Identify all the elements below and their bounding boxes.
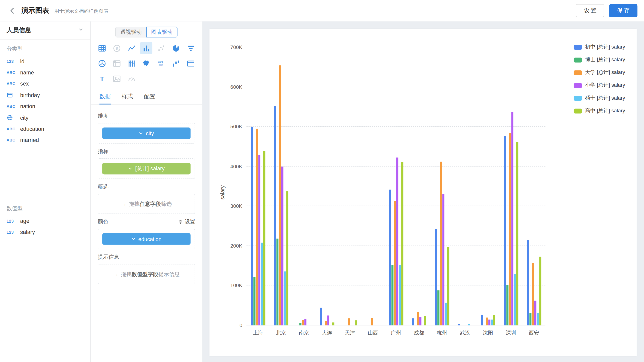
chart-canvas-area: salary 0100K200K300K400K500K600K700K 上海北…: [202, 22, 644, 362]
tab-style[interactable]: 样式: [122, 89, 133, 104]
field-name: education: [20, 126, 44, 132]
bar: [417, 312, 419, 325]
bar: [419, 317, 421, 325]
bar: [506, 285, 508, 325]
chart-type-frame-icon[interactable]: [184, 57, 197, 69]
chart-type-parallel-icon[interactable]: [126, 57, 138, 69]
field-item-birthday[interactable]: birthday: [0, 89, 90, 101]
color-settings-label: 设置: [185, 218, 195, 225]
filter-dropzone[interactable]: → 拖拽任意字段筛选: [98, 194, 195, 214]
sidebar-divider: [0, 146, 90, 198]
fields-sidebar: 人员信息 分类型123idABCnameABCsexbirthdayABCnat…: [0, 22, 91, 362]
bar: [424, 316, 426, 325]
calendar-icon: [6, 92, 16, 98]
dimension-dropzone[interactable]: city: [98, 123, 195, 143]
chart-type-bar-icon[interactable]: [140, 42, 152, 54]
field-item-married[interactable]: ABCmarried: [0, 134, 90, 146]
bar: [440, 162, 442, 325]
tooltip-dropzone[interactable]: → 拖拽数值型字段提示信息: [98, 264, 195, 284]
legend-item[interactable]: 博士 [总计] salary: [574, 56, 625, 63]
bar: [481, 315, 483, 325]
field-item-education[interactable]: ABCeducation: [0, 123, 90, 134]
bar-group-西安: [522, 47, 546, 325]
dimension-pill-city[interactable]: city: [102, 128, 191, 139]
tooltip-label-text: 提示信息: [98, 253, 119, 261]
color-pill-education[interactable]: education: [102, 233, 191, 245]
color-label-row: 颜色 设置: [98, 218, 195, 225]
bar: [304, 318, 306, 325]
chart-type-wordcloud-icon[interactable]: wordcloudapis fly: [155, 57, 167, 69]
bar: [260, 243, 263, 325]
legend-label: 小学 [总计] salary: [585, 82, 625, 89]
bar: [399, 265, 401, 325]
dataset-header[interactable]: 人员信息: [0, 22, 90, 40]
x-axis-label: 沈阳: [476, 329, 500, 336]
mode-switch: 透视驱动 图表驱动: [91, 27, 202, 38]
tab-chart-driven[interactable]: 图表驱动: [146, 27, 177, 38]
filter-label: 筛选: [98, 183, 195, 191]
color-settings-button[interactable]: 设置: [178, 218, 195, 225]
page-subtitle: 用于演示文档的样例图表: [54, 8, 108, 15]
bar-group-山西: [362, 47, 384, 325]
bar: [412, 318, 414, 325]
chart-type-table-icon[interactable]: [96, 42, 108, 54]
bar-group-北京: [269, 47, 292, 325]
legend-item[interactable]: 硕士 [总计] salary: [574, 95, 625, 101]
chart-type-waterfall-icon[interactable]: [170, 57, 182, 69]
gear-icon: [178, 219, 183, 224]
chart-type-rose-icon[interactable]: [96, 57, 108, 69]
legend-item[interactable]: 初中 [总计] salary: [574, 44, 625, 51]
number-field-icon: 123: [6, 230, 16, 235]
metric-dropzone[interactable]: [总计] salary: [98, 158, 195, 179]
bar-group-成都: [408, 47, 430, 325]
bar: [442, 194, 444, 325]
legend-item[interactable]: 小学 [总计] salary: [574, 82, 625, 89]
color-dropzone[interactable]: education: [98, 229, 195, 249]
bar: [396, 158, 398, 325]
bar: [527, 240, 529, 325]
chart-type-map-icon[interactable]: [140, 57, 152, 69]
pill-label: city: [146, 130, 154, 136]
chart-type-pie-icon[interactable]: [170, 42, 182, 54]
chart-type-line-icon[interactable]: [126, 42, 138, 54]
legend-item[interactable]: 高中 [总计] salary: [574, 107, 625, 114]
bar: [253, 277, 255, 325]
y-tick-label: 100K: [230, 283, 242, 288]
tab-config[interactable]: 配置: [144, 89, 155, 104]
tab-data[interactable]: 数据: [100, 89, 111, 104]
chart-type-text-icon[interactable]: T: [96, 72, 108, 85]
app-window: 演示图表 用于演示文档的样例图表 设 置 保 存 人员信息 分类型123idAB…: [0, 0, 644, 362]
bar-group-深圳: [500, 47, 522, 325]
bar: [534, 301, 536, 325]
field-name: sex: [20, 81, 28, 87]
field-name: age: [20, 218, 29, 224]
dimension-label: 维度: [98, 112, 195, 120]
globe-icon: [6, 114, 16, 121]
y-tick-label: 600K: [230, 84, 242, 90]
field-item-city[interactable]: city: [0, 112, 90, 123]
field-item-sex[interactable]: ABCsex: [0, 78, 90, 89]
config-panel: 透视驱动 图表驱动 8wordcloudapis flyT 数据 样式 配置 维…: [91, 22, 202, 362]
field-item-salary[interactable]: 123salary: [0, 227, 90, 238]
save-button[interactable]: 保 存: [609, 4, 637, 17]
field-item-age[interactable]: 123age: [0, 216, 90, 227]
bar-group-南京: [292, 47, 316, 325]
chart-type-funnel-icon[interactable]: [184, 42, 197, 54]
field-item-id[interactable]: 123id: [0, 56, 90, 67]
settings-button[interactable]: 设 置: [576, 4, 604, 17]
field-item-nation[interactable]: ABCnation: [0, 101, 90, 112]
filter-placeholder: → 拖拽任意字段筛选: [121, 200, 172, 208]
field-item-name[interactable]: ABCname: [0, 67, 90, 78]
chevron-down-icon: [128, 167, 132, 171]
tooltip-placeholder: → 拖拽数值型字段提示信息: [113, 270, 180, 278]
legend-item[interactable]: 大学 [总计] salary: [574, 69, 625, 76]
chevron-down-icon: [78, 27, 84, 34]
chart-type-image-icon: [111, 72, 123, 85]
dimension-label-text: 维度: [98, 112, 108, 120]
chart-type-pivot-icon: [111, 57, 123, 69]
metric-pill-salary[interactable]: [总计] salary: [102, 163, 191, 174]
back-button[interactable]: [6, 5, 18, 16]
x-axis-label: 武汉: [453, 329, 476, 336]
svg-text:T: T: [100, 75, 104, 82]
tab-pivot-driven[interactable]: 透视驱动: [116, 27, 146, 38]
